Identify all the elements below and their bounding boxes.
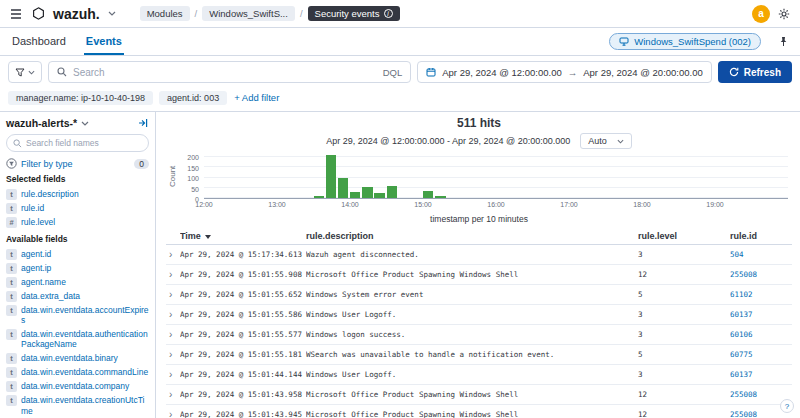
date-to[interactable]: Apr 29, 2024 @ 20:00:00.00 [583,67,703,78]
tab-events[interactable]: Events [84,28,124,55]
histogram-bar[interactable] [338,178,348,198]
breadcrumb-current: Security events i [308,6,400,21]
table-header-row: Time rule.description rule.level rule.id [166,228,792,245]
table-body: ›Apr 29, 2024 @ 15:17:34.613Wazuh agent … [166,245,792,418]
table-row[interactable]: ›Apr 29, 2024 @ 15:01:43.945Microsoft Of… [166,405,792,418]
field-type-icon: # [6,217,17,228]
field-item[interactable]: tdata.win.eventdata.binary [6,352,149,366]
y-axis-label: Count [166,153,178,199]
refresh-button-label: Refresh [744,67,781,78]
pin-icon[interactable] [777,28,790,55]
table-row[interactable]: ›Apr 29, 2024 @ 15:01:55.577Windows logo… [166,325,792,345]
breadcrumb-modules[interactable]: Modules [140,6,190,21]
histogram-bar[interactable] [435,196,445,198]
filter-by-type-button[interactable]: Filter by type [21,159,130,169]
column-header-rule-description[interactable]: rule.description [306,231,638,241]
table-row[interactable]: ›Apr 29, 2024 @ 15:01:55.652Windows Syst… [166,285,792,305]
expand-row-icon[interactable]: › [166,390,180,400]
column-header-rule-level[interactable]: rule.level [638,231,730,241]
cell-rule-id: 60137 [730,370,792,379]
histogram-bar[interactable] [362,187,372,198]
cell-rule-id: 60137 [730,310,792,319]
search-input[interactable] [73,67,377,78]
field-search-input[interactable] [26,138,142,148]
column-header-time[interactable]: Time [180,231,306,241]
date-from[interactable]: Apr 29, 2024 @ 12:00:00.00 [442,67,562,78]
refresh-button[interactable]: Refresh [718,61,792,83]
field-item[interactable]: tagent.id [6,247,149,261]
cell-rule-id: 60106 [730,330,792,339]
breadcrumb-group[interactable]: Windows_SwiftS... [202,6,295,21]
table-row[interactable]: ›Apr 29, 2024 @ 15:01:44.144Windows User… [166,365,792,385]
search-box[interactable]: DQL [48,61,411,83]
field-search-box[interactable] [6,134,149,152]
field-type-icon: t [6,329,17,340]
histogram-bar[interactable] [387,186,397,198]
query-language-label[interactable]: DQL [383,67,403,78]
index-pattern-selector[interactable]: wazuh-alerts-* [6,117,89,129]
table-row[interactable]: ›Apr 29, 2024 @ 15:01:55.908Microsoft Of… [166,265,792,285]
field-item[interactable]: tdata.win.eventdata.accountExpires [6,303,149,327]
wazuh-logo-text[interactable]: wazuh. [53,6,100,22]
cell-rule-description: Windows System error event [306,290,638,299]
x-tick-label: 12:00 [195,201,213,208]
date-picker[interactable]: Apr 29, 2024 @ 12:00:00.00 → Apr 29, 202… [417,61,712,83]
avatar[interactable]: a [752,5,770,23]
expand-row-icon[interactable]: › [166,250,180,260]
expand-row-icon[interactable]: › [166,310,180,320]
logo-chevron-down-icon[interactable] [106,9,118,18]
info-icon[interactable]: i [384,9,393,18]
fields-sidebar: wazuh-alerts-* Filter by type 0 Selected… [0,112,156,418]
interval-select[interactable]: Auto [580,133,632,149]
filter-pill[interactable]: manager.name: ip-10-10-40-198 [8,91,153,105]
expand-row-icon[interactable]: › [166,330,180,340]
interval-select-value: Auto [588,136,607,146]
field-item[interactable]: tdata.win.eventdata.creationUtcTime [6,394,149,418]
results-table: Time rule.description rule.level rule.id… [166,228,792,418]
histogram-bar[interactable] [326,155,336,198]
expand-row-icon[interactable]: › [166,290,180,300]
table-row[interactable]: ›Apr 29, 2024 @ 15:01:43.958Microsoft Of… [166,385,792,405]
cell-rule-level: 3 [638,250,730,259]
cell-rule-level: 5 [638,290,730,299]
expand-row-icon[interactable]: › [166,350,180,360]
y-tick-label: 200 [187,154,199,161]
field-name: agent.ip [21,263,51,274]
agent-selector[interactable]: Windows_SwiftSpend (002) [609,33,761,50]
histogram-bar[interactable] [423,191,433,198]
field-item[interactable]: trule.id [6,201,149,215]
collapse-sidebar-icon[interactable] [137,117,149,129]
field-item[interactable]: tagent.name [6,275,149,289]
filter-pill[interactable]: agent.id: 003 [159,91,227,105]
histogram-bar[interactable] [374,193,384,198]
menu-icon[interactable] [8,7,24,21]
tab-dashboard[interactable]: Dashboard [10,28,68,55]
expand-row-icon[interactable]: › [166,270,180,280]
field-item[interactable]: tdata.win.eventdata.company [6,380,149,394]
field-name: data.win.eventdata.authenticationPackage… [21,329,149,350]
field-item[interactable]: #rule.level [6,215,149,229]
field-item[interactable]: tdata.win.eventdata.authenticationPackag… [6,327,149,351]
histogram-bar[interactable] [350,192,360,198]
gridline [204,187,788,188]
histogram-bar[interactable] [314,196,324,198]
table-row[interactable]: ›Apr 29, 2024 @ 15:01:55.586Windows User… [166,305,792,325]
gear-icon[interactable] [776,6,792,22]
chevron-down-icon [81,121,89,126]
field-type-icon: t [6,367,17,378]
wazuh-logo-icon [30,5,47,22]
field-item[interactable]: tagent.ip [6,261,149,275]
add-filter-button[interactable]: + Add filter [234,92,279,103]
field-item[interactable]: trule.description [6,187,149,201]
cell-rule-level: 12 [638,410,730,418]
expand-row-icon[interactable]: › [166,410,180,418]
expand-row-icon[interactable]: › [166,370,180,380]
help-button[interactable]: ? [780,399,794,413]
saved-query-menu-button[interactable] [8,61,42,83]
table-row[interactable]: ›Apr 29, 2024 @ 15:17:34.613Wazuh agent … [166,245,792,265]
column-header-rule-id[interactable]: rule.id [730,231,792,241]
table-row[interactable]: ›Apr 29, 2024 @ 15:01:55.181WSearch was … [166,345,792,365]
field-item[interactable]: tdata.extra_data [6,289,149,303]
field-item[interactable]: tdata.win.eventdata.commandLine [6,366,149,380]
calendar-icon[interactable] [426,67,436,77]
